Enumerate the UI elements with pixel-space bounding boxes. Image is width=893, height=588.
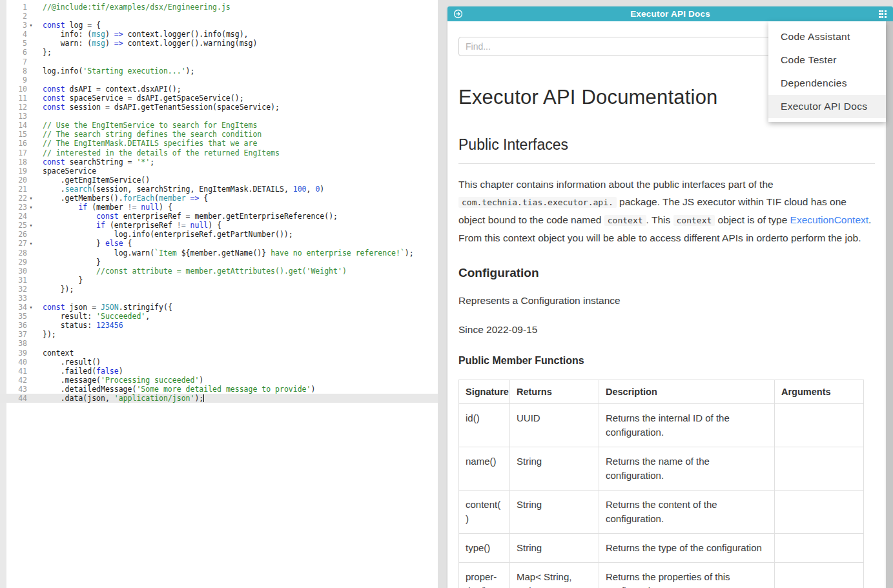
table-header-cell: Returns xyxy=(510,380,599,404)
menu-item-code-assistant[interactable]: Code Assistant xyxy=(768,25,886,48)
code-line[interactable]: 4 info: (msg) => context.logger().info(m… xyxy=(0,30,438,39)
code-line[interactable]: 29 } xyxy=(0,258,438,267)
fold-gutter-spacer xyxy=(27,248,35,258)
line-number: 1 xyxy=(0,3,37,12)
line-number: 14 xyxy=(0,121,37,130)
intro-paragraph: This chapter contains information about … xyxy=(458,176,875,247)
code-line[interactable]: 8log.info('Starting execution...'); xyxy=(0,66,438,76)
execution-context-link[interactable]: ExecutionContext xyxy=(790,214,869,225)
fold-arrow-icon[interactable]: ▾ xyxy=(27,239,35,248)
docs-scrollbar-thumb[interactable] xyxy=(886,21,893,588)
fold-gutter-spacer xyxy=(27,85,35,94)
code-line[interactable]: 13 xyxy=(0,112,438,121)
fold-gutter-spacer xyxy=(27,285,35,294)
table-cell: String xyxy=(510,534,599,563)
code-editor-lines[interactable]: 1//@include:tif/examples/dsx/Engineering… xyxy=(0,3,438,403)
code-line-text: log.warn(`Item ${member.getName()} have … xyxy=(37,248,438,258)
line-number: 25▾ xyxy=(0,221,37,230)
fold-arrow-icon[interactable]: ▾ xyxy=(27,303,35,312)
inline-code: com.technia.tias.executor.api. xyxy=(458,197,617,208)
line-number: 32 xyxy=(0,285,37,294)
code-line[interactable]: 5 warn: (msg) => context.logger().warnin… xyxy=(0,39,438,48)
line-number: 37 xyxy=(0,330,37,339)
code-line[interactable]: 16// The EngItemMask.DETAILS specifies t… xyxy=(0,139,438,148)
code-line[interactable]: 37}); xyxy=(0,330,438,339)
code-line[interactable]: 2 xyxy=(0,12,438,21)
code-line[interactable]: 43 .detailedMessage('Some more detailed … xyxy=(0,385,438,394)
code-line-text xyxy=(37,12,438,21)
code-line[interactable]: 11const spaceService = dsAPI.getSpaceSer… xyxy=(0,94,438,103)
code-line[interactable]: 20 .getEngItemService() xyxy=(0,176,438,185)
code-line[interactable]: 7 xyxy=(0,57,438,66)
line-number: 43 xyxy=(0,385,37,394)
line-number: 40 xyxy=(0,358,37,367)
code-line[interactable]: 24 const enterpriseRef = member.getEnter… xyxy=(0,212,438,221)
code-line[interactable]: 25▾ if (enterpriseRef != null) { xyxy=(0,221,438,230)
code-line-text: result: 'Succeeded', xyxy=(37,312,438,321)
code-line[interactable]: 15// The search string defines the searc… xyxy=(0,130,438,139)
code-line[interactable]: 19spaceService xyxy=(0,167,438,176)
menu-item-executor-api-docs[interactable]: Executor API Docs xyxy=(768,95,886,118)
code-line[interactable]: 27▾ } else { xyxy=(0,239,438,248)
code-editor[interactable]: 1//@include:tif/examples/dsx/Engineering… xyxy=(0,0,438,588)
line-number: 33 xyxy=(0,294,37,303)
code-line[interactable]: 10const dsAPI = context.dsxAPI(); xyxy=(0,85,438,94)
code-line[interactable]: 1//@include:tif/examples/dsx/Engineering… xyxy=(0,3,438,12)
fold-arrow-icon[interactable]: ▾ xyxy=(27,194,35,203)
fold-gutter-spacer xyxy=(27,112,35,121)
member-functions-table: SignatureReturnsDescriptionArguments id(… xyxy=(458,380,864,588)
code-line-text: const searchString = '*'; xyxy=(37,157,438,167)
code-line[interactable]: 17// interested in the details of the re… xyxy=(0,148,438,157)
code-line[interactable]: 9 xyxy=(0,76,438,85)
fold-arrow-icon[interactable]: ▾ xyxy=(27,21,35,30)
line-number: 23▾ xyxy=(0,203,37,212)
code-line[interactable]: 14// Use the EngItemService to search fo… xyxy=(0,121,438,130)
apps-grid-icon[interactable] xyxy=(878,9,887,19)
code-line[interactable]: 23▾ if (member != null) { xyxy=(0,203,438,212)
fold-gutter-spacer xyxy=(27,294,35,303)
code-line[interactable]: 3▾const log = { xyxy=(0,21,438,30)
code-line[interactable]: 42 .message('Processing succeeded') xyxy=(0,376,438,385)
code-line[interactable]: 39context xyxy=(0,349,438,358)
code-line[interactable]: 21 .search(session, searchString, EngIte… xyxy=(0,185,438,194)
code-line[interactable]: 38 xyxy=(0,339,438,348)
fold-gutter-spacer xyxy=(27,30,35,39)
code-line[interactable]: 30 //const attribute = member.getAttribu… xyxy=(0,267,438,276)
line-number: 5 xyxy=(0,39,37,48)
menu-item-dependencies[interactable]: Dependencies xyxy=(768,72,886,95)
code-line-text: } xyxy=(37,258,438,267)
table-header-cell: Signature xyxy=(459,380,510,404)
menu-item-code-tester[interactable]: Code Tester xyxy=(768,48,886,72)
code-line[interactable]: 26 log.info(enterpriseRef.getPartNumber(… xyxy=(0,230,438,239)
line-number: 7 xyxy=(0,57,37,66)
code-line[interactable]: 33 xyxy=(0,294,438,303)
fold-gutter-spacer xyxy=(27,39,35,48)
line-number: 31 xyxy=(0,276,37,285)
code-line[interactable]: 12const session = dsAPI.getTenantSession… xyxy=(0,103,438,112)
table-cell: Returns the internal ID of the configura… xyxy=(599,404,775,447)
code-line[interactable]: 35 result: 'Succeeded', xyxy=(0,312,438,321)
fold-gutter-spacer xyxy=(27,339,35,348)
code-line[interactable]: 32 }); xyxy=(0,285,438,294)
public-member-functions-heading: Public Member Functions xyxy=(458,355,874,367)
code-line[interactable]: 22▾ .getMembers().forEach(member => { xyxy=(0,194,438,203)
table-row: content()StringReturns the content of th… xyxy=(459,491,864,534)
code-line[interactable]: 41 .failed(false) xyxy=(0,367,438,376)
code-line[interactable]: 40 .result() xyxy=(0,358,438,367)
fold-arrow-icon[interactable]: ▾ xyxy=(27,221,35,230)
code-line-text: context xyxy=(37,349,438,358)
open-in-new-arrow-icon[interactable] xyxy=(453,9,463,19)
table-cell xyxy=(775,534,864,563)
fold-arrow-icon[interactable]: ▾ xyxy=(27,203,35,212)
line-number: 22▾ xyxy=(0,194,37,203)
code-line[interactable]: 34▾const json = JSON.stringify({ xyxy=(0,303,438,312)
code-line[interactable]: 28 log.warn(`Item ${member.getName()} ha… xyxy=(0,248,438,258)
line-number: 13 xyxy=(0,112,37,121)
code-line[interactable]: 44 .data(json, 'application/json'); xyxy=(0,394,438,403)
code-line[interactable]: 31 } xyxy=(0,276,438,285)
fold-gutter-spacer xyxy=(27,385,35,394)
fold-gutter-spacer xyxy=(27,157,35,167)
code-line[interactable]: 18const searchString = '*'; xyxy=(0,157,438,167)
code-line[interactable]: 36 status: 123456 xyxy=(0,321,438,330)
code-line[interactable]: 6}; xyxy=(0,48,438,57)
